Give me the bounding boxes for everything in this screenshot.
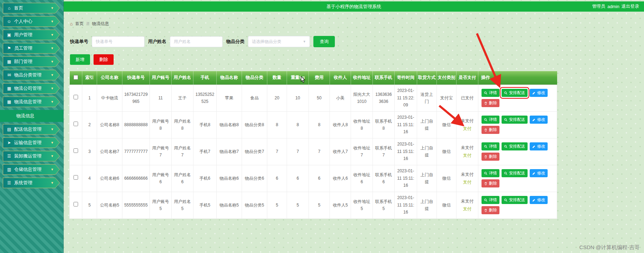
column-header-index: 索引 — [82, 71, 97, 85]
cell-value-pay_type: 微信 — [442, 122, 451, 127]
username-label: admin — [607, 4, 619, 9]
pay-link[interactable]: 支付 — [463, 179, 472, 186]
sidebar-item-4[interactable]: ▦部门管理▼ — [3, 56, 60, 67]
cell-value-send_time: 2023-01-11 15:22:09 — [397, 88, 414, 107]
detail-button[interactable]: 详情 — [482, 196, 499, 204]
detail-button[interactable]: 详情 — [482, 142, 499, 150]
arrange-delivery-button[interactable]: 安排配送 — [502, 169, 528, 177]
logout-link[interactable]: 退出登录 — [621, 4, 639, 10]
sidebar-item-11[interactable]: ☰装卸搬运管理▼ — [3, 151, 60, 161]
bulk-delete-button[interactable]: 删除 — [94, 54, 114, 65]
search-button[interactable]: 查询 — [313, 36, 335, 47]
row-checkbox[interactable] — [74, 122, 78, 126]
cell-value-username: 用户姓名6 — [174, 172, 191, 184]
sidebar-item-9[interactable]: ▤配送信息管理▼ — [3, 124, 60, 135]
category-select[interactable]: 请选择物品分类 ▼ — [248, 36, 310, 47]
sidebar-item-7[interactable]: ▦物流信息管理▼ — [3, 97, 60, 107]
edit-icon — [532, 172, 536, 175]
arrange-delivery-button[interactable]: 安排配送 — [502, 89, 528, 97]
sidebar-item-label: 物流信息管理 — [14, 99, 48, 105]
delete-button[interactable]: 删除 — [482, 179, 499, 187]
cell-weight: 7 — [287, 138, 309, 165]
cell-value-pickup_method: 上门自提 — [421, 199, 433, 211]
row-actions: 详情安排配送修改删除 — [480, 196, 555, 214]
cell-value-username: 王子 — [178, 95, 187, 100]
add-button[interactable]: 新增 — [70, 54, 90, 65]
cell-receiver: 收件人7 — [330, 138, 351, 165]
chevron-down-icon: ▼ — [51, 73, 54, 77]
chevron-down-icon: ▼ — [51, 47, 54, 50]
select-all-checkbox[interactable] — [74, 75, 78, 80]
cell-value-phone: 手机8 — [199, 122, 210, 127]
chevron-down-icon: ▼ — [51, 100, 54, 104]
edit-button[interactable]: 修改 — [530, 89, 548, 97]
edit-button[interactable]: 修改 — [530, 142, 548, 150]
pay-link[interactable]: 支付 — [463, 205, 472, 212]
cell-weight: 5 — [287, 192, 309, 218]
cell-value-account: 用户账号5 — [152, 199, 169, 211]
cell-value-index: 3 — [88, 149, 91, 154]
row-checkbox[interactable] — [74, 148, 78, 153]
topbar: 基于小程序的物流管理系统 管理员 admin 退出登录 — [64, 1, 644, 12]
sidebar-item-10[interactable]: ➤运输信息管理▼ — [3, 137, 60, 148]
arrange-delivery-icon — [504, 172, 508, 175]
chevron-down-icon: ▼ — [51, 33, 54, 37]
flag-icon: ⚑ — [7, 46, 12, 51]
cell-quantity: 7 — [267, 138, 287, 165]
cell-category: 物品分类6 — [242, 165, 267, 192]
arrange-delivery-button[interactable]: 安排配送 — [502, 116, 528, 124]
edit-icon — [532, 91, 536, 95]
row-actions: 详情安排配送修改删除 — [480, 169, 555, 187]
chevron-down-icon: ▼ — [303, 40, 306, 43]
table-row: 5公司名称55555555555用户账号5用户姓名5手机5物品名称5物品分类55… — [70, 192, 557, 218]
delete-button[interactable]: 删除 — [482, 153, 499, 161]
sidebar-item-3[interactable]: ⚑员工管理▼ — [3, 43, 60, 54]
home-icon: ⌂ — [70, 21, 73, 26]
delete-button[interactable]: 删除 — [482, 126, 499, 134]
handling-icon: ☰ — [7, 154, 12, 159]
cell-value-contact_phone: 联系手机7 — [375, 146, 392, 158]
arrange-delivery-button[interactable]: 安排配送 — [502, 142, 528, 150]
cell-account: 用户账号8 — [150, 111, 172, 138]
user-name-input[interactable] — [170, 36, 223, 47]
row-checkbox[interactable] — [74, 202, 78, 206]
detail-icon — [484, 118, 487, 122]
sidebar-item-12[interactable]: ▥仓储信息管理▼ — [3, 164, 60, 175]
row-checkbox[interactable] — [74, 95, 78, 99]
sidebar-item-1[interactable]: ☺个人中心▼ — [3, 16, 60, 27]
column-header-fee: 费用 — [309, 71, 330, 85]
arrange-delivery-icon — [504, 91, 508, 95]
sidebar-subitem-logistics-info[interactable]: 物流信息 — [0, 110, 63, 122]
express-no-input[interactable] — [92, 36, 145, 47]
breadcrumb-home[interactable]: 首页 — [75, 21, 84, 27]
pay-link[interactable]: 支付 — [463, 152, 472, 159]
detail-button[interactable]: 详情 — [482, 89, 499, 97]
edit-button[interactable]: 修改 — [530, 196, 548, 204]
edit-icon — [532, 198, 536, 202]
cell-value-weight: 7 — [297, 149, 299, 154]
pay-link[interactable]: 支付 — [463, 125, 472, 132]
cell-index: 2 — [82, 111, 97, 138]
column-header-send_time: 寄件时间 — [395, 71, 417, 85]
cell-username: 用户姓名7 — [172, 138, 193, 165]
edit-button[interactable]: 修改 — [530, 116, 548, 124]
user-icon: ☺ — [7, 19, 12, 24]
cell-actions: 详情安排配送修改删除 — [478, 192, 557, 218]
sidebar-item-label: 用户管理 — [14, 32, 48, 38]
sidebar-item-6[interactable]: ▦物流公司管理▼ — [3, 83, 60, 94]
delete-button[interactable]: 删除 — [482, 99, 499, 107]
sidebar-item-13[interactable]: ☰系统管理▼ — [3, 178, 60, 188]
chevron-down-icon: ▼ — [51, 181, 54, 185]
chevron-down-icon: ▼ — [51, 128, 54, 131]
arrange-delivery-button[interactable]: 安排配送 — [502, 196, 528, 204]
sidebar-item-0[interactable]: ⌂首页▼ — [3, 3, 60, 13]
sidebar-item-2[interactable]: ▣用户管理▼ — [3, 30, 60, 40]
detail-button[interactable]: 详情 — [482, 169, 499, 177]
sidebar-item-label: 系统管理 — [14, 180, 48, 186]
edit-button[interactable]: 修改 — [530, 169, 548, 177]
cell-value-send_time: 2023-01-11 15:11:16 — [397, 142, 414, 161]
delete-button[interactable]: 删除 — [482, 206, 499, 214]
row-checkbox[interactable] — [74, 175, 78, 180]
detail-button[interactable]: 详情 — [482, 116, 499, 124]
sidebar-item-5[interactable]: ✉物品分类管理▼ — [3, 70, 60, 80]
